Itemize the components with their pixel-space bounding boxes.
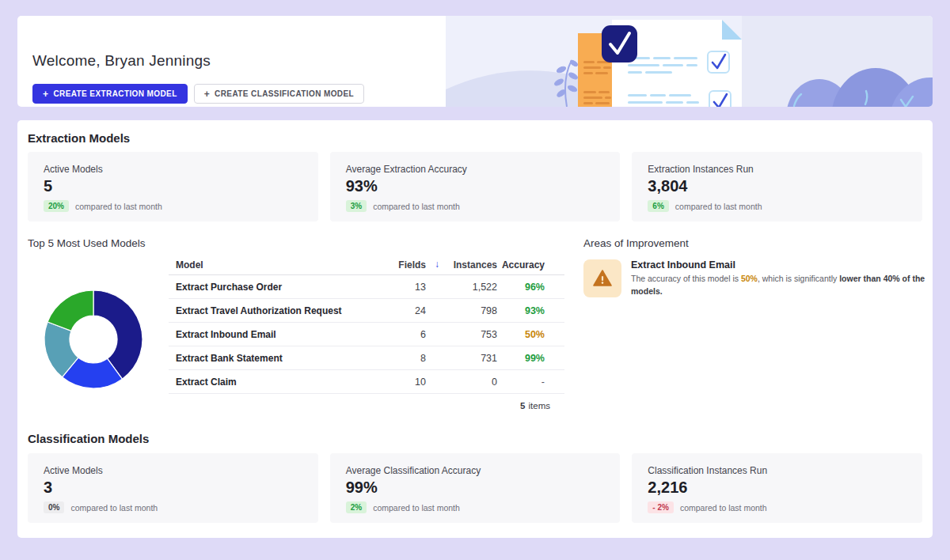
classification-stats-row: Active Models 3 0% compared to last mont… <box>28 453 922 523</box>
table-row[interactable]: Extract Inbound Email 6 753 50% <box>169 323 564 346</box>
improvement-description: The accuracy of this model is 50%, which… <box>631 272 925 298</box>
table-row[interactable]: Extract Bank Statement 8 731 99% <box>169 346 564 370</box>
table-item-count: 5items <box>169 394 564 418</box>
table-row[interactable]: Extract Purchase Order 13 1,522 96% <box>169 275 564 299</box>
column-header-accuracy: Accuracy <box>497 259 545 271</box>
table-row[interactable]: Extract Claim 10 0 - <box>169 370 564 394</box>
stat-card-extraction-accuracy: Average Extraction Accuracy 93% 3% compa… <box>330 152 621 221</box>
delta-badge: 0% <box>44 501 64 513</box>
top-models-heading: Top 5 Most Used Models <box>28 237 146 249</box>
warning-icon <box>583 259 621 297</box>
top-models-table: Model Fields↓ Instances Accuracy Extract… <box>169 255 564 418</box>
classification-models-heading: Classification Models <box>28 432 149 445</box>
table-row[interactable]: Extract Travel Authorization Request 24 … <box>169 299 564 323</box>
create-classification-model-button[interactable]: + Create Classification Model <box>194 84 364 104</box>
accuracy-value: - <box>497 376 545 388</box>
table-header-row: Model Fields↓ Instances Accuracy <box>169 255 564 275</box>
accuracy-value: 99% <box>497 353 545 364</box>
donut-segment[interactable] <box>48 290 93 331</box>
delta-badge: 3% <box>346 200 367 212</box>
header-card: Welcome, Bryan Jennings + Create Extract… <box>17 16 933 107</box>
delta-badge: 6% <box>648 200 668 212</box>
page-title: Welcome, Bryan Jennings <box>32 52 211 70</box>
accuracy-value: 93% <box>497 305 545 316</box>
stat-card-classification-instances: Classification Instances Run 2,216 - 2% … <box>632 453 922 523</box>
extraction-stats-row: Active Models 5 20% compared to last mon… <box>28 152 922 221</box>
improvement-alert: Extract Inbound Email The accuracy of th… <box>583 259 924 298</box>
header-actions: + Create Extraction Model + Create Class… <box>32 84 364 104</box>
check-badge-icon <box>602 25 637 62</box>
extraction-models-heading: Extraction Models <box>28 131 130 145</box>
column-header-model: Model <box>169 259 363 271</box>
top-models-donut-chart[interactable] <box>41 287 146 392</box>
checklist-illustration <box>446 16 933 107</box>
column-header-fields[interactable]: Fields↓ <box>363 259 426 271</box>
plus-icon: + <box>43 89 48 99</box>
areas-of-improvement-heading: Areas of Improvement <box>583 237 689 249</box>
stat-card-classification-accuracy: Average Classification Accuracy 99% 2% c… <box>330 453 621 523</box>
accuracy-value: 96% <box>497 282 545 293</box>
dashboard-card: Extraction Models Active Models 5 20% co… <box>17 120 933 538</box>
delta-badge: 2% <box>346 501 367 513</box>
stat-card-extraction-instances: Extraction Instances Run 3,804 6% compar… <box>632 152 922 221</box>
accuracy-value: 50% <box>497 329 545 340</box>
stat-card-active-classification-models: Active Models 3 0% compared to last mont… <box>28 453 318 523</box>
checkbox-checked-icon <box>708 51 729 73</box>
delta-badge: - 2% <box>648 501 674 513</box>
plus-icon: + <box>204 89 210 99</box>
improvement-model-name: Extract Inbound Email <box>631 259 925 271</box>
checkbox-checked-icon <box>709 91 731 107</box>
delta-badge: 20% <box>44 200 69 212</box>
create-extraction-model-button[interactable]: + Create Extraction Model <box>32 84 188 104</box>
stat-card-active-models: Active Models 5 20% compared to last mon… <box>28 152 318 221</box>
sort-descending-icon[interactable]: ↓ <box>435 259 439 270</box>
